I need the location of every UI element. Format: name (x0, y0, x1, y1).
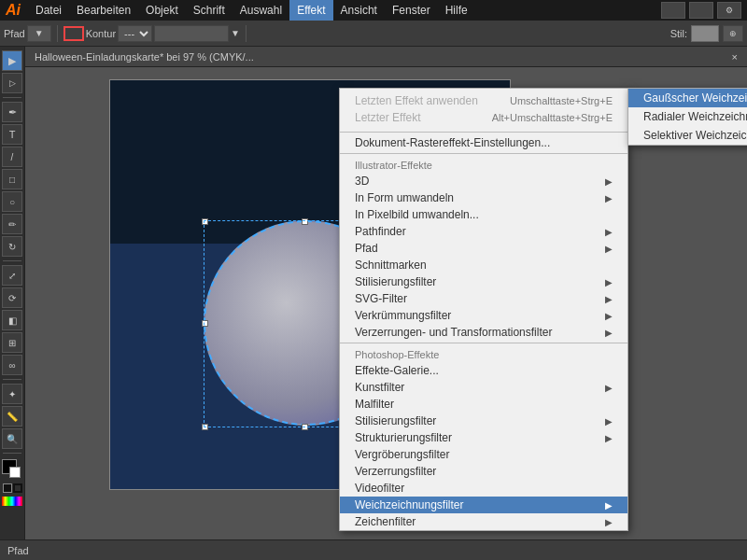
weichzeichnungsfilter-submenu: Gaußscher Weichzeichner... Radialer Weic… (627, 88, 747, 146)
direct-select-tool[interactable]: ▷ (2, 73, 22, 93)
stroke-swatch[interactable] (63, 26, 84, 41)
stroke-group: Kontur --- ▼ (63, 25, 247, 42)
zoom-tool[interactable]: 🔍 (2, 428, 22, 449)
canvas-circle (204, 220, 409, 426)
arrow-pfad: ▶ (605, 244, 613, 254)
sel-handle-br[interactable] (404, 424, 411, 430)
sel-handle-bc[interactable] (302, 424, 308, 430)
style-group: Stil: ⊕ (670, 25, 743, 42)
status-text: Pfad (7, 545, 29, 556)
type-tool[interactable]: T (2, 124, 22, 145)
color-mode-bar[interactable] (2, 497, 22, 506)
menu-datei[interactable]: Datei (28, 0, 69, 21)
eyedropper-tool[interactable]: ✦ (2, 384, 22, 404)
color-swatches (2, 459, 22, 480)
tool-divider-4 (3, 453, 21, 454)
menu-zeichenfilter[interactable]: Zeichenfilter ▶ (340, 513, 627, 530)
sel-handle-tr[interactable] (404, 218, 411, 225)
arrow-verk: ▶ (605, 311, 613, 321)
pen-tool[interactable]: ✒ (2, 102, 22, 122)
stroke-swatch-small[interactable] (13, 483, 22, 493)
titlebar: Ai Datei Bearbeiten Objekt Schrift Auswa… (0, 0, 747, 21)
scale-tool[interactable]: ⤢ (2, 265, 22, 286)
menu-schrift[interactable]: Schrift (186, 0, 233, 21)
kontur-input[interactable] (154, 25, 229, 42)
sel-handle-tl[interactable] (202, 218, 208, 225)
sel-handle-bl[interactable] (202, 424, 208, 430)
gradient-tool[interactable]: ◧ (2, 310, 22, 330)
statusbar: Pfad (0, 539, 747, 560)
sel-handle-mr[interactable] (404, 320, 411, 327)
measure-tool[interactable]: 📏 (2, 406, 22, 427)
rect-tool[interactable]: □ (2, 169, 22, 189)
sel-handle-tc[interactable] (302, 218, 308, 225)
blend-tool[interactable]: ∞ (2, 355, 22, 375)
window-box1 (661, 2, 685, 19)
fill-swatch-small[interactable] (3, 483, 12, 493)
tool-divider-3 (3, 379, 21, 380)
ellipse-tool[interactable]: ○ (2, 191, 22, 212)
arrow-stil-ps: ▶ (605, 416, 613, 427)
arrow-verz: ▶ (605, 328, 613, 338)
menu-radialer-weichzeichner[interactable]: Radialer Weichzeichner... (628, 107, 747, 126)
arrow-kunst: ▶ (605, 383, 613, 393)
arrow-pathfinder: ▶ (605, 227, 613, 237)
settings-icon[interactable]: ⚙ (717, 2, 741, 19)
path-label: Pfad (4, 28, 25, 39)
toolbar: Pfad ▼ Kontur --- ▼ Stil: ⊕ (0, 21, 747, 47)
canvas-area: Halloween-Einladungskarte* bei 97 % (CMY… (25, 47, 747, 539)
mesh-tool[interactable]: ⊞ (2, 332, 22, 353)
left-toolbar: ▶ ▷ ✒ T / □ ○ ✏ ↻ ⤢ ⟳ ◧ ⊞ ∞ ✦ 📏 🔍 (0, 47, 25, 539)
menu-ansicht[interactable]: Ansicht (333, 0, 385, 21)
menu-objekt[interactable]: Objekt (138, 0, 186, 21)
brush-tool[interactable]: ✏ (2, 214, 22, 234)
arrow-svg: ▶ (605, 294, 613, 304)
app-logo: Ai (6, 2, 21, 19)
tool-divider-2 (3, 260, 21, 261)
sel-handle-ml[interactable] (202, 320, 208, 327)
menu-effekt[interactable]: Effekt (289, 0, 332, 21)
arrow-zeich: ▶ (605, 517, 613, 527)
rotate-tool[interactable]: ↻ (2, 236, 22, 257)
document-tab[interactable]: Halloween-Einladungskarte* bei 97 % (CMY… (25, 47, 747, 67)
kontur-label: Kontur (86, 28, 116, 39)
tool-divider-1 (3, 97, 21, 98)
menu-auswahl[interactable]: Auswahl (233, 0, 289, 21)
path-dropdown[interactable]: ▼ (27, 25, 51, 42)
menu-gaussscher-weichzeichner[interactable]: Gaußscher Weichzeichner... (628, 89, 747, 107)
arrow-3d: ▶ (605, 176, 613, 187)
opacity-btn[interactable]: ⊕ (723, 25, 743, 42)
kontur-select[interactable]: --- (118, 25, 152, 42)
window-box2 (689, 2, 713, 19)
arrow-in-form: ▶ (605, 193, 613, 203)
menu-bearbeiten[interactable]: Bearbeiten (69, 0, 138, 21)
arrow-struk: ▶ (605, 433, 613, 443)
menu-selektiver-weichzeichner[interactable]: Selektiver Weichzeichner... (628, 126, 747, 145)
doc-tab-title: Halloween-Einladungskarte* bei 97 % (CMY… (35, 51, 254, 63)
warp-tool[interactable]: ⟳ (2, 287, 22, 308)
background-color[interactable] (9, 467, 21, 478)
fill-stroke-toggle (3, 483, 22, 493)
stil-label: Stil: (670, 28, 687, 39)
stil-swatch[interactable] (691, 25, 719, 42)
path-group: Pfad ▼ (4, 25, 58, 42)
menu-weichzeichnungsfilter[interactable]: Weichzeichnungsfilter ▶ (340, 497, 627, 513)
arrow-stil-ill: ▶ (605, 277, 613, 287)
arrow-weich: ▶ (605, 500, 613, 511)
close-doc-btn[interactable]: × (732, 51, 738, 63)
menu-hilfe[interactable]: Hilfe (438, 0, 475, 21)
select-tool[interactable]: ▶ (2, 50, 22, 71)
document-canvas (109, 79, 511, 490)
menu-fenster[interactable]: Fenster (385, 0, 438, 21)
line-tool[interactable]: / (2, 147, 22, 167)
